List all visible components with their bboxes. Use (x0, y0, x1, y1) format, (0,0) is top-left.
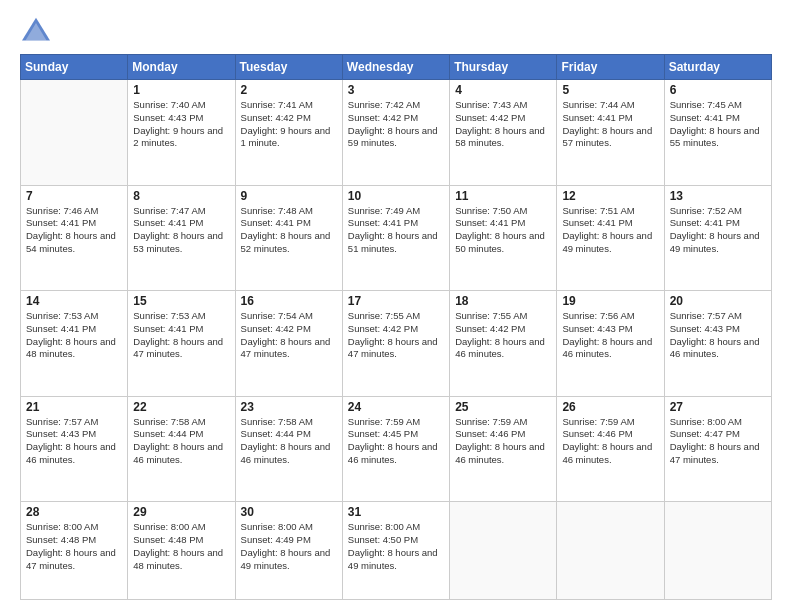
calendar-cell: 2Sunrise: 7:41 AMSunset: 4:42 PMDaylight… (235, 80, 342, 186)
calendar-cell: 9Sunrise: 7:48 AMSunset: 4:41 PMDaylight… (235, 185, 342, 291)
day-detail: Sunrise: 7:59 AMSunset: 4:45 PMDaylight:… (348, 416, 444, 467)
day-detail: Sunrise: 7:44 AMSunset: 4:41 PMDaylight:… (562, 99, 658, 150)
day-detail: Sunrise: 7:58 AMSunset: 4:44 PMDaylight:… (133, 416, 229, 467)
day-detail: Sunrise: 7:52 AMSunset: 4:41 PMDaylight:… (670, 205, 766, 256)
day-detail: Sunrise: 7:59 AMSunset: 4:46 PMDaylight:… (455, 416, 551, 467)
weekday-header-row: SundayMondayTuesdayWednesdayThursdayFrid… (21, 55, 772, 80)
calendar-cell: 3Sunrise: 7:42 AMSunset: 4:42 PMDaylight… (342, 80, 449, 186)
calendar-cell: 8Sunrise: 7:47 AMSunset: 4:41 PMDaylight… (128, 185, 235, 291)
day-number: 15 (133, 294, 229, 308)
day-detail: Sunrise: 7:56 AMSunset: 4:43 PMDaylight:… (562, 310, 658, 361)
day-detail: Sunrise: 7:46 AMSunset: 4:41 PMDaylight:… (26, 205, 122, 256)
calendar-cell: 17Sunrise: 7:55 AMSunset: 4:42 PMDayligh… (342, 291, 449, 397)
day-number: 22 (133, 400, 229, 414)
day-number: 20 (670, 294, 766, 308)
calendar-cell: 29Sunrise: 8:00 AMSunset: 4:48 PMDayligh… (128, 502, 235, 600)
day-detail: Sunrise: 7:55 AMSunset: 4:42 PMDaylight:… (455, 310, 551, 361)
day-detail: Sunrise: 7:57 AMSunset: 4:43 PMDaylight:… (26, 416, 122, 467)
day-number: 4 (455, 83, 551, 97)
weekday-header-sunday: Sunday (21, 55, 128, 80)
day-detail: Sunrise: 8:00 AMSunset: 4:48 PMDaylight:… (133, 521, 229, 572)
week-row-4: 28Sunrise: 8:00 AMSunset: 4:48 PMDayligh… (21, 502, 772, 600)
weekday-header-wednesday: Wednesday (342, 55, 449, 80)
day-detail: Sunrise: 7:54 AMSunset: 4:42 PMDaylight:… (241, 310, 337, 361)
calendar-cell (21, 80, 128, 186)
day-number: 17 (348, 294, 444, 308)
calendar-cell: 10Sunrise: 7:49 AMSunset: 4:41 PMDayligh… (342, 185, 449, 291)
calendar-cell: 30Sunrise: 8:00 AMSunset: 4:49 PMDayligh… (235, 502, 342, 600)
calendar-cell: 21Sunrise: 7:57 AMSunset: 4:43 PMDayligh… (21, 396, 128, 502)
day-number: 13 (670, 189, 766, 203)
weekday-header-thursday: Thursday (450, 55, 557, 80)
day-number: 31 (348, 505, 444, 519)
day-detail: Sunrise: 8:00 AMSunset: 4:47 PMDaylight:… (670, 416, 766, 467)
page: SundayMondayTuesdayWednesdayThursdayFrid… (0, 0, 792, 612)
calendar-cell: 26Sunrise: 7:59 AMSunset: 4:46 PMDayligh… (557, 396, 664, 502)
weekday-header-friday: Friday (557, 55, 664, 80)
week-row-2: 14Sunrise: 7:53 AMSunset: 4:41 PMDayligh… (21, 291, 772, 397)
day-number: 18 (455, 294, 551, 308)
calendar-cell: 24Sunrise: 7:59 AMSunset: 4:45 PMDayligh… (342, 396, 449, 502)
week-row-3: 21Sunrise: 7:57 AMSunset: 4:43 PMDayligh… (21, 396, 772, 502)
day-detail: Sunrise: 7:47 AMSunset: 4:41 PMDaylight:… (133, 205, 229, 256)
calendar-cell: 1Sunrise: 7:40 AMSunset: 4:43 PMDaylight… (128, 80, 235, 186)
day-number: 26 (562, 400, 658, 414)
day-number: 6 (670, 83, 766, 97)
day-detail: Sunrise: 7:53 AMSunset: 4:41 PMDaylight:… (133, 310, 229, 361)
day-number: 24 (348, 400, 444, 414)
day-detail: Sunrise: 7:49 AMSunset: 4:41 PMDaylight:… (348, 205, 444, 256)
day-number: 3 (348, 83, 444, 97)
day-number: 7 (26, 189, 122, 203)
day-number: 27 (670, 400, 766, 414)
header (20, 16, 772, 44)
calendar-cell: 28Sunrise: 8:00 AMSunset: 4:48 PMDayligh… (21, 502, 128, 600)
calendar-cell: 22Sunrise: 7:58 AMSunset: 4:44 PMDayligh… (128, 396, 235, 502)
calendar-cell: 14Sunrise: 7:53 AMSunset: 4:41 PMDayligh… (21, 291, 128, 397)
day-number: 8 (133, 189, 229, 203)
calendar-cell: 5Sunrise: 7:44 AMSunset: 4:41 PMDaylight… (557, 80, 664, 186)
day-number: 29 (133, 505, 229, 519)
calendar-cell (557, 502, 664, 600)
calendar-cell (450, 502, 557, 600)
calendar-cell: 11Sunrise: 7:50 AMSunset: 4:41 PMDayligh… (450, 185, 557, 291)
day-number: 14 (26, 294, 122, 308)
day-detail: Sunrise: 7:57 AMSunset: 4:43 PMDaylight:… (670, 310, 766, 361)
weekday-header-saturday: Saturday (664, 55, 771, 80)
day-number: 11 (455, 189, 551, 203)
day-detail: Sunrise: 7:45 AMSunset: 4:41 PMDaylight:… (670, 99, 766, 150)
week-row-0: 1Sunrise: 7:40 AMSunset: 4:43 PMDaylight… (21, 80, 772, 186)
calendar-cell: 12Sunrise: 7:51 AMSunset: 4:41 PMDayligh… (557, 185, 664, 291)
calendar-cell: 27Sunrise: 8:00 AMSunset: 4:47 PMDayligh… (664, 396, 771, 502)
calendar-cell: 20Sunrise: 7:57 AMSunset: 4:43 PMDayligh… (664, 291, 771, 397)
day-detail: Sunrise: 8:00 AMSunset: 4:48 PMDaylight:… (26, 521, 122, 572)
calendar-cell (664, 502, 771, 600)
day-number: 10 (348, 189, 444, 203)
day-detail: Sunrise: 7:51 AMSunset: 4:41 PMDaylight:… (562, 205, 658, 256)
day-number: 5 (562, 83, 658, 97)
day-detail: Sunrise: 7:43 AMSunset: 4:42 PMDaylight:… (455, 99, 551, 150)
day-detail: Sunrise: 7:41 AMSunset: 4:42 PMDaylight:… (241, 99, 337, 150)
calendar-cell: 15Sunrise: 7:53 AMSunset: 4:41 PMDayligh… (128, 291, 235, 397)
calendar-cell: 25Sunrise: 7:59 AMSunset: 4:46 PMDayligh… (450, 396, 557, 502)
day-number: 12 (562, 189, 658, 203)
day-detail: Sunrise: 7:42 AMSunset: 4:42 PMDaylight:… (348, 99, 444, 150)
day-number: 21 (26, 400, 122, 414)
day-detail: Sunrise: 8:00 AMSunset: 4:50 PMDaylight:… (348, 521, 444, 572)
calendar-cell: 6Sunrise: 7:45 AMSunset: 4:41 PMDaylight… (664, 80, 771, 186)
day-detail: Sunrise: 7:58 AMSunset: 4:44 PMDaylight:… (241, 416, 337, 467)
logo-icon (20, 16, 52, 44)
calendar-cell: 16Sunrise: 7:54 AMSunset: 4:42 PMDayligh… (235, 291, 342, 397)
weekday-header-monday: Monday (128, 55, 235, 80)
day-detail: Sunrise: 7:40 AMSunset: 4:43 PMDaylight:… (133, 99, 229, 150)
calendar-cell: 23Sunrise: 7:58 AMSunset: 4:44 PMDayligh… (235, 396, 342, 502)
day-detail: Sunrise: 7:50 AMSunset: 4:41 PMDaylight:… (455, 205, 551, 256)
logo (20, 16, 56, 44)
day-number: 19 (562, 294, 658, 308)
day-number: 30 (241, 505, 337, 519)
day-detail: Sunrise: 7:59 AMSunset: 4:46 PMDaylight:… (562, 416, 658, 467)
calendar-cell: 31Sunrise: 8:00 AMSunset: 4:50 PMDayligh… (342, 502, 449, 600)
day-detail: Sunrise: 8:00 AMSunset: 4:49 PMDaylight:… (241, 521, 337, 572)
week-row-1: 7Sunrise: 7:46 AMSunset: 4:41 PMDaylight… (21, 185, 772, 291)
day-number: 2 (241, 83, 337, 97)
day-number: 16 (241, 294, 337, 308)
